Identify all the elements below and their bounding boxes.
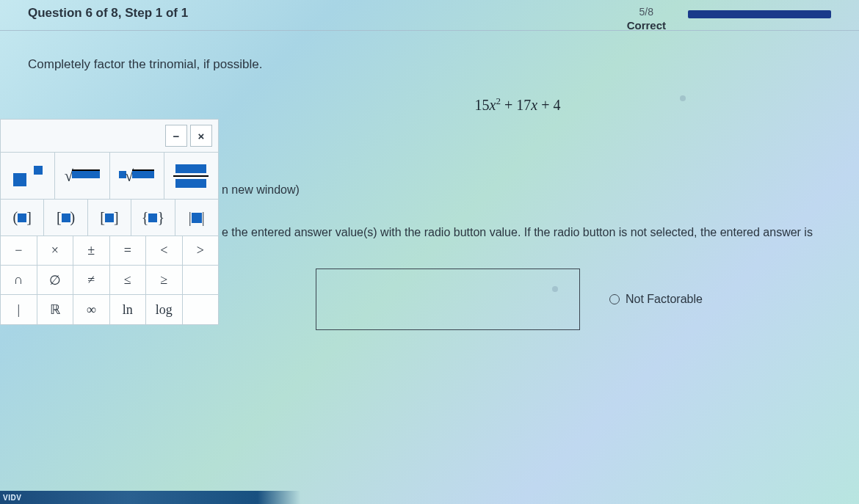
palette-brackets-row: (] [) [] {} || [1, 199, 218, 235]
paren-open-template[interactable]: (] [1, 200, 44, 235]
radio-label: Not Factorable [626, 293, 703, 306]
blank-cell-1 [183, 266, 219, 295]
body-area: n new window) e the entered answer value… [220, 183, 859, 330]
pipe-op[interactable]: | [1, 295, 37, 324]
real-op[interactable]: ℝ [37, 295, 74, 324]
lt-op[interactable]: < [146, 236, 183, 266]
log-op[interactable]: log [146, 295, 183, 324]
curly-bracket-template[interactable]: {} [131, 200, 175, 235]
close-button[interactable]: × [190, 125, 212, 147]
progress-bar [688, 10, 831, 18]
blank-cell-2 [183, 295, 219, 324]
eq-var2: x [531, 97, 537, 113]
prompt-text: Completely factor the trinomial, if poss… [0, 31, 859, 90]
plusminus-op[interactable]: ± [73, 236, 110, 266]
not-factorable-radio[interactable]: Not Factorable [609, 293, 703, 306]
palette-ops-grid: − × ± = < > ∩ ∅ ≠ ≤ ≥ | ℝ ∞ ln log [1, 235, 218, 324]
leq-op[interactable]: ≤ [110, 266, 147, 295]
question-header: Question 6 of 8, Step 1 of 1 5/8 Correct [0, 0, 859, 31]
math-palette: − × √ √ (] [) [] {} || − × ± = < > [0, 119, 219, 325]
gt-op[interactable]: > [183, 236, 219, 266]
minimize-button[interactable]: − [165, 125, 187, 147]
abs-template[interactable]: || [175, 200, 218, 235]
exponent-template[interactable] [1, 153, 55, 199]
times-op[interactable]: × [37, 236, 74, 266]
footer-tag: VIDV [3, 494, 21, 502]
square-bracket-template[interactable]: [] [88, 200, 131, 235]
geq-op[interactable]: ≥ [146, 266, 183, 295]
progress-fill [688, 10, 831, 18]
instruction-fragment: e the entered answer value(s) with the r… [222, 226, 859, 239]
footer-bar [0, 491, 859, 504]
eq-post: + 4 [537, 97, 560, 113]
palette-templates-row: √ √ [1, 152, 218, 199]
new-window-fragment: n new window) [222, 183, 859, 197]
answer-input[interactable] [316, 269, 580, 330]
answer-row: Not Factorable [316, 269, 859, 330]
fraction-template[interactable] [164, 153, 218, 199]
infinity-op[interactable]: ∞ [73, 295, 110, 324]
neq-op[interactable]: ≠ [73, 266, 110, 295]
paren-close-template[interactable]: [) [44, 200, 87, 235]
correct-label: Correct [627, 19, 666, 32]
score-fraction: 5/8 [627, 6, 666, 18]
emptyset-op[interactable]: ∅ [37, 266, 74, 295]
radio-icon [609, 294, 620, 304]
question-label: Question 6 of 8, Step 1 of 1 [28, 6, 618, 21]
equals-op[interactable]: = [110, 236, 147, 266]
eq-mid: + 17 [501, 97, 531, 113]
score-block: 5/8 Correct [618, 6, 675, 32]
minus-op[interactable]: − [1, 236, 37, 266]
sqrt-template[interactable]: √ [55, 153, 109, 199]
intersect-op[interactable]: ∩ [1, 266, 37, 295]
decorative-dot [680, 95, 686, 101]
ln-op[interactable]: ln [110, 295, 147, 324]
palette-toolbar: − × [1, 120, 218, 152]
equation: 15x2 + 17x + 4 [0, 95, 859, 114]
nthroot-template[interactable]: √ [110, 153, 164, 199]
decorative-dot [552, 286, 558, 292]
eq-coef1: 15 [475, 97, 490, 113]
